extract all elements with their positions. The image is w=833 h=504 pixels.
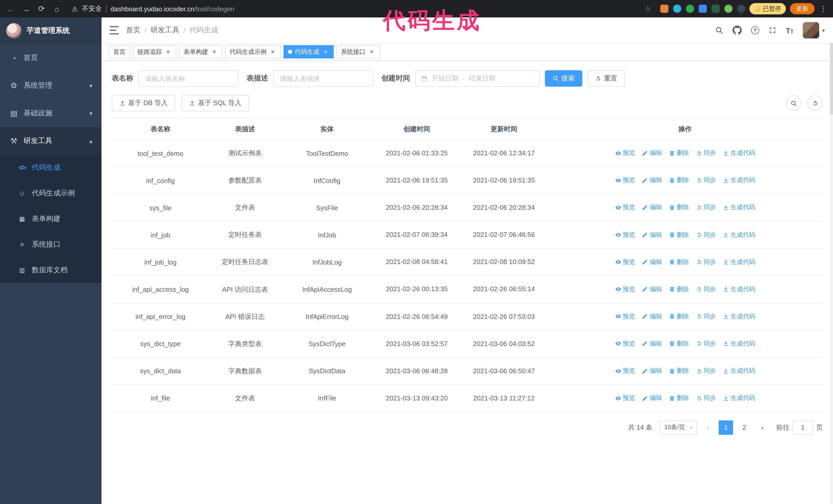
preview-link[interactable]: 预览: [615, 367, 635, 375]
update-button[interactable]: 更新: [790, 3, 814, 14]
breadcrumb-home[interactable]: 首页: [126, 26, 140, 35]
prev-page-button[interactable]: ‹: [701, 421, 715, 435]
edit-link[interactable]: 编辑: [642, 203, 662, 212]
reset-button[interactable]: 重置: [588, 70, 625, 87]
close-icon[interactable]: ×: [269, 48, 276, 55]
sidebar-logo-row[interactable]: 芋道管理系统: [0, 18, 101, 44]
back-icon[interactable]: ←: [5, 4, 17, 13]
font-size-icon[interactable]: TT: [786, 26, 793, 34]
close-icon[interactable]: ×: [322, 48, 329, 55]
generate-code-link[interactable]: 生成代码: [723, 339, 755, 348]
page-button-2[interactable]: 2: [737, 421, 752, 435]
generate-code-link[interactable]: 生成代码: [723, 394, 755, 403]
generate-code-link[interactable]: 生成代码: [723, 258, 755, 266]
edit-link[interactable]: 编辑: [642, 258, 662, 266]
sync-link[interactable]: 同步: [696, 203, 716, 212]
generate-code-link[interactable]: 生成代码: [723, 176, 755, 185]
preview-link[interactable]: 预览: [615, 394, 635, 403]
tag-system-api[interactable]: 系统接口 ×: [336, 45, 380, 58]
delete-link[interactable]: 删除: [669, 367, 689, 375]
close-icon[interactable]: ×: [368, 48, 375, 55]
kebab-menu-icon[interactable]: ⋮: [819, 5, 828, 13]
edit-link[interactable]: 编辑: [642, 149, 662, 158]
sidebar-item-system-api[interactable]: ≡ 系统接口: [0, 232, 101, 257]
sidebar-item-form-builder[interactable]: ▦ 表单构建: [0, 206, 101, 232]
edit-link[interactable]: 编辑: [642, 339, 662, 348]
extension-icon[interactable]: [699, 5, 707, 13]
preview-link[interactable]: 预览: [615, 312, 635, 321]
delete-link[interactable]: 删除: [669, 203, 689, 212]
edit-link[interactable]: 编辑: [642, 394, 662, 403]
search-button[interactable]: 搜索: [545, 70, 582, 87]
date-range-picker[interactable]: 开始日期 - 结束日期: [415, 70, 540, 87]
reload-icon[interactable]: ⟳: [36, 4, 47, 13]
tag-form-builder[interactable]: 表单构建 ×: [179, 45, 222, 58]
preview-link[interactable]: 预览: [615, 285, 635, 294]
extension-icon[interactable]: [712, 5, 720, 13]
import-sql-button[interactable]: 基于 SQL 导入: [182, 95, 249, 111]
tag-tracing[interactable]: 链路追踪 ×: [133, 45, 176, 58]
github-icon[interactable]: [732, 26, 741, 35]
extension-icon[interactable]: [673, 5, 681, 13]
delete-link[interactable]: 删除: [669, 176, 689, 185]
user-menu[interactable]: ▾: [803, 22, 825, 39]
bookmark-star-icon[interactable]: ☆: [645, 5, 651, 13]
edit-link[interactable]: 编辑: [642, 312, 662, 321]
goto-page-input[interactable]: [792, 421, 813, 435]
paused-badge[interactable]: 已暂停: [749, 3, 786, 14]
sidebar-item-database-doc[interactable]: ▥ 数据库文档: [0, 257, 101, 283]
sync-link[interactable]: 同步: [696, 394, 716, 403]
delete-link[interactable]: 删除: [669, 285, 689, 294]
sidebar-item-home[interactable]: ◔ 首页: [0, 44, 101, 72]
sidebar-item-system-management[interactable]: ⚙ 系统管理 ▾: [0, 72, 101, 99]
tag-home[interactable]: 首页: [109, 45, 130, 58]
sync-link[interactable]: 同步: [696, 285, 716, 294]
help-icon[interactable]: ?: [751, 26, 759, 34]
extension-icon[interactable]: [686, 5, 694, 13]
hamburger-icon[interactable]: [110, 26, 119, 34]
close-icon[interactable]: ×: [211, 48, 218, 55]
forward-icon[interactable]: →: [21, 4, 32, 13]
generate-code-link[interactable]: 生成代码: [723, 367, 755, 375]
edit-link[interactable]: 编辑: [642, 176, 662, 185]
preview-link[interactable]: 预览: [615, 231, 635, 239]
edit-link[interactable]: 编辑: [642, 367, 662, 375]
preview-link[interactable]: 预览: [615, 176, 635, 185]
delete-link[interactable]: 删除: [669, 258, 689, 266]
sync-link[interactable]: 同步: [696, 176, 716, 185]
tag-codegen-example[interactable]: 代码生成示例 ×: [225, 45, 281, 58]
sync-link[interactable]: 同步: [696, 367, 716, 375]
sync-link[interactable]: 同步: [696, 149, 716, 158]
delete-link[interactable]: 删除: [669, 149, 689, 158]
delete-link[interactable]: 删除: [669, 394, 689, 403]
edit-link[interactable]: 编辑: [642, 231, 662, 239]
preview-link[interactable]: 预览: [615, 339, 635, 348]
generate-code-link[interactable]: 生成代码: [723, 285, 755, 294]
toggle-search-button[interactable]: [786, 95, 801, 111]
page-button-1[interactable]: 1: [719, 421, 733, 435]
sync-link[interactable]: 同步: [696, 312, 716, 321]
refresh-table-button[interactable]: [807, 95, 823, 111]
sync-link[interactable]: 同步: [696, 339, 716, 348]
delete-link[interactable]: 删除: [669, 231, 689, 239]
delete-link[interactable]: 删除: [669, 339, 689, 348]
window-scrollbar[interactable]: [830, 18, 833, 504]
preview-link[interactable]: 预览: [615, 149, 635, 158]
page-size-select[interactable]: 10条/页 ▾: [660, 421, 697, 435]
preview-link[interactable]: 预览: [615, 203, 635, 212]
search-icon[interactable]: [715, 26, 723, 34]
sidebar-item-code-generation[interactable]: </> 代码生成: [0, 155, 101, 181]
sidebar-item-dev-tools[interactable]: ⚒ 研发工具 ▴: [0, 127, 101, 155]
sidebar-item-infrastructure[interactable]: ▤ 基础设施 ▾: [0, 99, 101, 127]
next-page-button[interactable]: ›: [756, 421, 769, 435]
tag-codegen[interactable]: 代码生成 ×: [284, 45, 334, 58]
edit-link[interactable]: 编辑: [642, 285, 662, 294]
security-label[interactable]: 不安全: [82, 4, 102, 13]
date-end-placeholder[interactable]: 结束日期: [469, 74, 496, 83]
generate-code-link[interactable]: 生成代码: [723, 149, 755, 158]
preview-link[interactable]: 预览: [615, 258, 635, 266]
date-start-placeholder[interactable]: 开始日期: [432, 74, 458, 83]
extension-icon[interactable]: [660, 5, 668, 13]
breadcrumb-dev-tools[interactable]: 研发工具: [151, 26, 180, 35]
table-desc-input[interactable]: [273, 70, 373, 87]
